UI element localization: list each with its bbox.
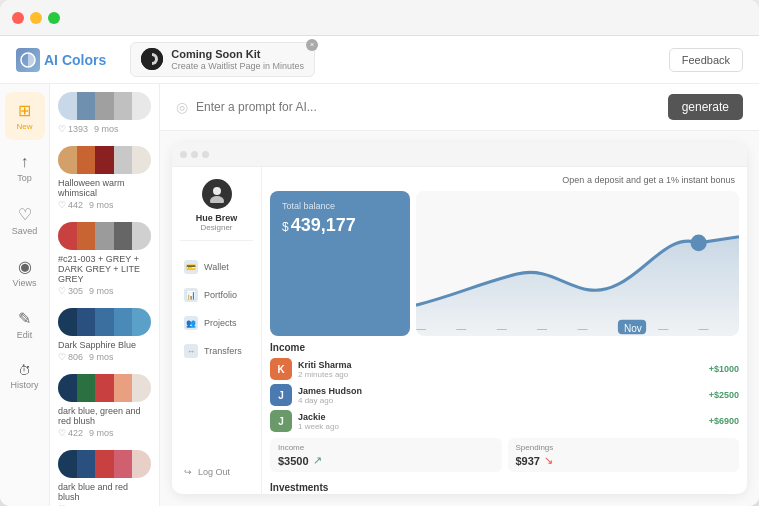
palette-name: dark blue, green and red blush [58, 406, 151, 426]
portfolio-icon: 📊 [184, 288, 198, 302]
maximize-button[interactable] [48, 12, 60, 24]
swatch [132, 450, 151, 478]
swatch [77, 222, 96, 250]
palette-swatches [58, 308, 151, 336]
close-button[interactable] [12, 12, 24, 24]
minimize-button[interactable] [30, 12, 42, 24]
palette-item[interactable]: Halloween warm whimsical ♡ 442 9 mos [58, 146, 151, 210]
nav-label-views: Views [13, 278, 37, 288]
app-window: AI Colors Coming Soon Kit Create a Waitl… [0, 0, 759, 506]
trend-down-icon: ↘ [544, 454, 553, 467]
palette-swatches [58, 374, 151, 402]
main-layout: ⊞ New ↑ Top ♡ Saved ◉ Views ✎ Edit [0, 84, 759, 506]
prompt-input[interactable] [196, 100, 660, 114]
logout-button[interactable]: ↪ Log Out [180, 462, 253, 482]
swatch [132, 146, 151, 174]
nav-label-edit: Edit [17, 330, 33, 340]
nav-item-views[interactable]: ◉ Views [5, 248, 45, 296]
dashboard-preview: Hue Brew Designer 💳 Wallet 📊 Portfolio [172, 143, 747, 494]
palette-name: Dark Sapphire Blue [58, 340, 151, 350]
income-list: K Kriti Sharma 2 minutes ago +$1000 J [270, 358, 739, 432]
swatch [58, 92, 77, 120]
palette-item[interactable]: Dark Sapphire Blue ♡ 806 9 mos [58, 308, 151, 362]
edit-icon: ✎ [18, 309, 31, 328]
swatch [95, 222, 114, 250]
dash-dot-2 [191, 151, 198, 158]
swatch [132, 222, 151, 250]
swatch [58, 308, 77, 336]
nav-item-saved[interactable]: ♡ Saved [5, 196, 45, 244]
nav-item-history[interactable]: ⏱ History [5, 352, 45, 400]
svg-text:—: — [416, 323, 427, 334]
trend-up-icon: ↗ [313, 454, 322, 467]
dash-nav-item-projects[interactable]: 👥 Projects [180, 311, 253, 335]
income-section: Income K Kriti Sharma 2 minutes ago +$10… [270, 342, 739, 432]
investments-title: Investments [270, 482, 739, 493]
swatch [132, 374, 151, 402]
dash-banner: Open a deposit and get a 1% instant bonu… [270, 175, 739, 185]
dash-body: Hue Brew Designer 💳 Wallet 📊 Portfolio [172, 167, 747, 494]
swatch [114, 222, 133, 250]
heart-count: ♡ 305 [58, 286, 83, 296]
swatch [77, 450, 96, 478]
dash-main-content: Open a deposit and get a 1% instant bonu… [262, 167, 747, 494]
palette-stats: ♡ 422 9 mos [58, 428, 151, 438]
ai-icon: ◎ [176, 99, 188, 115]
generate-button[interactable]: generate [668, 94, 743, 120]
svg-text:—: — [456, 323, 467, 334]
palette-item[interactable]: dark blue, green and red blush ♡ 422 9 m… [58, 374, 151, 438]
income-amount: +$2500 [709, 390, 739, 400]
logo-text: AI Colors [44, 52, 106, 68]
swatch [95, 374, 114, 402]
swatch [95, 92, 114, 120]
svg-text:Nov: Nov [624, 323, 643, 334]
spendings-stat: Spendings $937 ↘ [508, 438, 740, 472]
swatch [114, 450, 133, 478]
nav-label-history: History [10, 380, 38, 390]
palette-stats: ♡ 806 9 mos [58, 352, 151, 362]
svg-text:—: — [658, 323, 669, 334]
coming-soon-card[interactable]: Coming Soon Kit Create a Waitlist Page i… [130, 42, 315, 78]
swatch [132, 308, 151, 336]
coming-soon-icon [141, 48, 163, 70]
dash-title-bar [172, 143, 747, 167]
feedback-button[interactable]: Feedback [669, 48, 743, 72]
swatch [114, 92, 133, 120]
palette-item[interactable]: #c21-003 + GREY + DARK GREY + LITE GREY … [58, 222, 151, 296]
coming-soon-text: Coming Soon Kit Create a Waitlist Page i… [171, 47, 304, 73]
nav-label-top: Top [17, 173, 32, 183]
palette-stats: ♡ 1393 9 mos [58, 124, 151, 134]
dash-dot-1 [180, 151, 187, 158]
svg-point-4 [210, 196, 224, 203]
views-icon: ◉ [18, 257, 32, 276]
income-amount: +$6900 [709, 416, 739, 426]
palette-stats: ♡ 305 9 mos [58, 286, 151, 296]
dash-nav-item-transfers[interactable]: ↔ Transfers [180, 339, 253, 363]
nav-item-top[interactable]: ↑ Top [5, 144, 45, 192]
traffic-lights [12, 12, 60, 24]
income-info: Jackie 1 week ago [298, 412, 703, 431]
palette-item[interactable]: dark blue and red blush ♡ 290 9 mos [58, 450, 151, 506]
income-avatar: K [270, 358, 292, 380]
nav-item-edit[interactable]: ✎ Edit [5, 300, 45, 348]
swatch [77, 308, 96, 336]
heart-count: ♡ 806 [58, 352, 83, 362]
dash-nav-item-portfolio[interactable]: 📊 Portfolio [180, 283, 253, 307]
palette-item[interactable]: ♡ 1393 9 mos [58, 92, 151, 134]
dash-avatar [202, 179, 232, 209]
nav-item-new[interactable]: ⊞ New [5, 92, 45, 140]
palette-swatches [58, 146, 151, 174]
income-item: J James Hudson 4 day ago +$2500 [270, 384, 739, 406]
balance-card: Total balance $439,177 [270, 191, 410, 336]
sidebar: ⊞ New ↑ Top ♡ Saved ◉ Views ✎ Edit [0, 84, 160, 506]
coming-soon-close-button[interactable]: × [306, 39, 318, 51]
income-item: J Jackie 1 week ago +$6900 [270, 410, 739, 432]
logo: AI Colors [16, 48, 106, 72]
palette-swatches [58, 222, 151, 250]
swatch [95, 450, 114, 478]
dash-nav-item-wallet[interactable]: 💳 Wallet [180, 255, 253, 279]
income-amount: +$1000 [709, 364, 739, 374]
dash-bottom-stats: Income $3500 ↗ Spendings $937 ↘ [270, 438, 739, 472]
nav-label-new: New [16, 122, 32, 131]
income-avatar: J [270, 410, 292, 432]
